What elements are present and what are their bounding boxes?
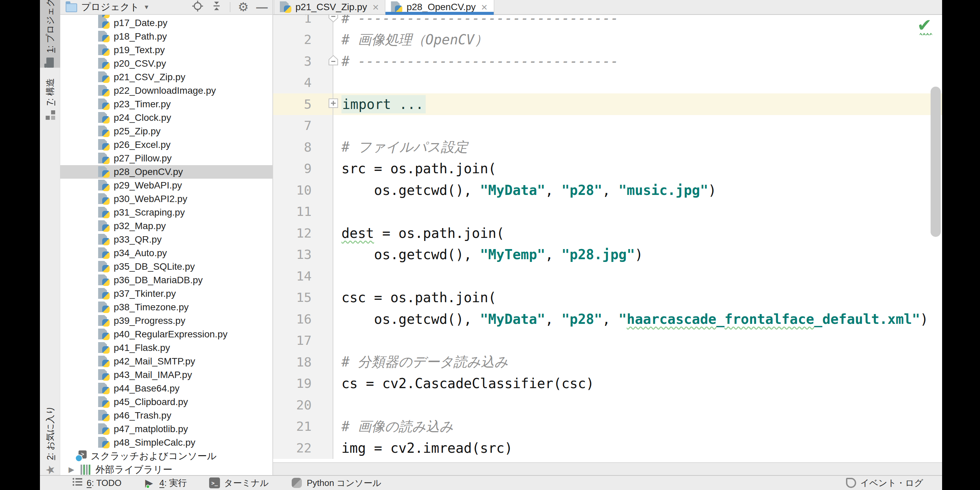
code-area[interactable]: 1# --------------------------------2# 画像…	[273, 15, 942, 459]
separator	[230, 2, 231, 12]
tree-item[interactable]: p35_DB_SQLite.py	[60, 260, 272, 274]
project-tree[interactable]: p17_Date.pyp18_Path.pyp19_Text.pyp20_CSV…	[60, 15, 272, 475]
hide-panel-button[interactable]: —	[256, 1, 268, 13]
code-token: = os.path.join(	[374, 225, 504, 241]
tool-window-tab-inner: ★2: お気に入り	[40, 397, 60, 475]
tree-item[interactable]: p33_QR.py	[60, 233, 272, 247]
editor-tab-label: p28_OpenCV.py	[406, 2, 476, 13]
tree-item[interactable]: p27_Pillow.py	[60, 151, 272, 165]
gutter-line-number: 19	[273, 373, 333, 395]
code-token: ,	[602, 311, 619, 327]
editor-body[interactable]: 1# --------------------------------2# 画像…	[273, 15, 942, 462]
tree-item-scratches[interactable]: スクラッチおよびコンソール	[60, 449, 272, 463]
locate-button[interactable]	[192, 0, 204, 14]
collapse-all-button[interactable]	[211, 0, 222, 14]
code-line-text: os.getcwd(), "MyData", "p28", "music.jpg…	[333, 182, 716, 198]
tree-item[interactable]: p18_Path.py	[60, 30, 272, 43]
status-item-Python-[interactable]: Python コンソール	[291, 477, 381, 489]
chevron-down-icon[interactable]: ▼	[143, 4, 150, 11]
tree-item-label: p42_Mail_SMTP.py	[114, 356, 195, 367]
tool-window-tab-label: 1: プロジェクト	[45, 0, 56, 53]
tree-item-libraries[interactable]: ▶外部ライブラリー	[60, 463, 272, 475]
tree-item[interactable]: p22_DownloadImage.py	[60, 84, 272, 97]
tree-item[interactable]: p38_Timezone.py	[60, 301, 272, 314]
tree-item[interactable]: p47_matplotlib.py	[60, 422, 272, 436]
python-icon	[98, 396, 110, 408]
fold-collapsed-icon[interactable]	[328, 97, 339, 112]
tool-window-tab-favorites[interactable]: ★2: お気に入り	[40, 397, 60, 475]
status-item-4-[interactable]: ▶4: 実行	[144, 477, 187, 489]
code-line-text: # 画像の読み込み	[333, 417, 453, 436]
tree-item[interactable]: p30_WebAPI2.py	[60, 192, 272, 206]
editor-tab-p21_CSV_Zip.py[interactable]: p21_CSV_Zip.py×	[274, 0, 385, 14]
tree-item[interactable]: p25_Zip.py	[60, 124, 272, 138]
tree-item[interactable]: p41_Flask.py	[60, 341, 272, 355]
code-line-text: os.getcwd(), "MyData", "p28", "haarcasca…	[333, 311, 928, 327]
status-bar: 6: TODO▶4: 実行>_ターミナルPython コンソール イベント・ログ	[40, 475, 942, 490]
tree-item[interactable]: p34_Auto.py	[60, 247, 272, 260]
tree-item[interactable]: p48_SimpleCalc.py	[60, 436, 272, 449]
tree-item[interactable]: p46_Trash.py	[60, 409, 272, 422]
tree-item[interactable]: p26_Excel.py	[60, 138, 272, 151]
project-folder-icon	[66, 3, 77, 12]
tree-item[interactable]: p44_Base64.py	[60, 382, 272, 395]
status-item-6-TODO[interactable]: 6: TODO	[72, 477, 121, 488]
tool-window-tab-inner: 1: プロジェクト	[40, 0, 60, 68]
tree-item[interactable]: p45_Clipboard.py	[60, 395, 272, 409]
project-panel-title: プロジェクト	[81, 1, 139, 14]
tree-item[interactable]: p37_Tkinter.py	[60, 287, 272, 301]
tool-window-tab-project[interactable]: 1: プロジェクト	[40, 0, 60, 68]
event-log-button[interactable]: イベント・ログ	[846, 477, 923, 489]
python-icon	[98, 153, 110, 164]
tree-item[interactable]: p24_Clock.py	[60, 111, 272, 124]
code-line: 12dest = os.path.join(	[273, 222, 942, 244]
python-icon	[98, 180, 110, 191]
python-icon	[98, 423, 110, 435]
code-token: _default.xml"	[814, 311, 920, 327]
tree-item[interactable]: p29_WebAPI.py	[60, 179, 272, 192]
tree-item-label: p20_CSV.py	[114, 58, 166, 69]
editor-scrollbar[interactable]	[931, 87, 941, 237]
folder-gray-icon	[46, 57, 54, 68]
tree-item-label: p31_Scraping.py	[114, 207, 185, 218]
star-icon: ★	[45, 465, 56, 475]
code-token: # 画像の読み込み	[342, 417, 453, 436]
status-item--[interactable]: >_ターミナル	[209, 477, 269, 489]
tree-item[interactable]: p32_Map.py	[60, 219, 272, 233]
tree-item[interactable]: p42_Mail_SMTP.py	[60, 355, 272, 368]
settings-button[interactable]: ⚙	[238, 1, 249, 14]
tree-item[interactable]: p17_Date.py	[60, 16, 272, 30]
code-token: os.getcwd(),	[342, 182, 480, 198]
tree-item[interactable]: p28_OpenCV.py	[60, 165, 272, 179]
code-token: ,	[545, 247, 562, 262]
tree-item[interactable]: p43_Mail_IMAP.py	[60, 368, 272, 382]
gutter-line-number: 12	[273, 222, 333, 244]
close-icon[interactable]: ×	[372, 2, 379, 13]
tree-item[interactable]: p20_CSV.py	[60, 57, 272, 70]
tree-item[interactable]: p19_Text.py	[60, 43, 272, 57]
code-line-text: import ...	[333, 95, 426, 113]
tree-item[interactable]: p39_Progress.py	[60, 314, 272, 328]
fold-end-icon[interactable]	[328, 54, 339, 69]
tree-item[interactable]: p40_RegularExpression.py	[60, 328, 272, 341]
tree-item[interactable]: p23_Timer.py	[60, 97, 272, 111]
code-line-text: src = os.path.join(	[333, 161, 496, 176]
expand-arrow-icon[interactable]: ▶	[67, 466, 76, 473]
gutter-line-number: 14	[273, 265, 333, 287]
tree-item[interactable]: p36_DB_MariaDB.py	[60, 274, 272, 287]
todo-list-icon	[72, 477, 83, 488]
gutter-line-number: 20	[273, 394, 333, 416]
tool-window-tab-structure[interactable]: 7: 構造	[40, 70, 60, 121]
tree-item[interactable]: p31_Scraping.py	[60, 206, 272, 219]
python-icon	[280, 2, 291, 13]
tree-item-label: p23_Timer.py	[114, 99, 171, 110]
editor-tab-p28_OpenCV.py[interactable]: p28_OpenCV.py×	[385, 0, 494, 14]
close-icon[interactable]: ×	[481, 2, 488, 13]
python-icon	[98, 220, 110, 232]
inspections-ok-icon[interactable]: ✔	[917, 17, 936, 38]
tree-item[interactable]: p21_CSV_Zip.py	[60, 70, 272, 84]
tree-item-label: p17_Date.py	[114, 18, 167, 29]
python-icon	[98, 139, 110, 151]
fold-start-icon[interactable]	[328, 15, 339, 26]
gutter-line-number: 11	[273, 201, 333, 223]
